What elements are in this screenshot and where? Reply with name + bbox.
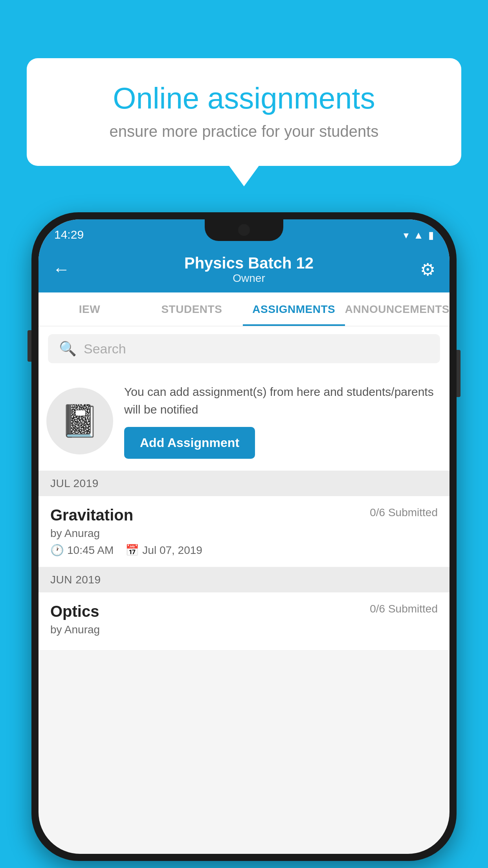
app-bar-title: Physics Batch 12 bbox=[78, 254, 420, 272]
clock-icon: 🕐 bbox=[50, 544, 64, 557]
tab-iew[interactable]: IEW bbox=[39, 292, 141, 326]
app-bar: ← Physics Batch 12 Owner ⚙ bbox=[39, 246, 449, 292]
back-button[interactable]: ← bbox=[53, 259, 70, 279]
assignment-item-top: Gravitation 0/6 Submitted bbox=[50, 506, 438, 524]
power-button bbox=[457, 350, 460, 397]
tabs-bar: IEW STUDENTS ASSIGNMENTS ANNOUNCEMENTS bbox=[39, 292, 449, 326]
phone-notch bbox=[205, 219, 283, 241]
assignment-date: Jul 07, 2019 bbox=[142, 544, 202, 557]
calendar-icon: 📅 bbox=[125, 544, 139, 557]
assignment-icon-circle: 📓 bbox=[46, 388, 113, 454]
meta-time: 🕐 10:45 AM bbox=[50, 544, 114, 557]
assignment-name: Gravitation bbox=[50, 506, 133, 524]
wifi-icon: ▾ bbox=[404, 229, 409, 241]
add-assignment-card: 📓 You can add assignment(s) from here an… bbox=[39, 371, 449, 471]
app-bar-subtitle: Owner bbox=[78, 272, 420, 285]
add-assignment-button[interactable]: Add Assignment bbox=[124, 427, 255, 459]
battery-icon: ▮ bbox=[428, 229, 434, 241]
promo-title: Online assignments bbox=[58, 82, 430, 115]
meta-date: 📅 Jul 07, 2019 bbox=[125, 544, 202, 557]
signal-icon: ▲ bbox=[413, 229, 424, 241]
notebook-icon: 📓 bbox=[60, 403, 99, 440]
camera bbox=[238, 224, 250, 236]
volume-button bbox=[28, 330, 31, 362]
tab-announcements[interactable]: ANNOUNCEMENTS bbox=[345, 292, 449, 326]
phone-frame: 14:29 ▾ ▲ ▮ ← Physics Batch 12 Owner ⚙ I… bbox=[31, 212, 457, 861]
assignment-author-optics: by Anurag bbox=[50, 623, 438, 636]
assignment-author: by Anurag bbox=[50, 527, 438, 540]
tab-students[interactable]: STUDENTS bbox=[141, 292, 243, 326]
assignment-item-optics[interactable]: Optics 0/6 Submitted by Anurag bbox=[39, 592, 449, 651]
promo-card: Online assignments ensure more practice … bbox=[27, 58, 461, 166]
assignment-submitted: 0/6 Submitted bbox=[370, 506, 438, 519]
assignment-time: 10:45 AM bbox=[67, 544, 114, 557]
assignment-submitted-optics: 0/6 Submitted bbox=[370, 603, 438, 615]
add-assignment-info: You can add assignment(s) from here and … bbox=[124, 383, 438, 459]
status-icons: ▾ ▲ ▮ bbox=[404, 229, 434, 241]
search-icon: 🔍 bbox=[59, 340, 77, 357]
status-time: 14:29 bbox=[54, 228, 84, 241]
add-assignment-description: You can add assignment(s) from here and … bbox=[124, 383, 438, 418]
assignment-name-optics: Optics bbox=[50, 603, 99, 620]
phone-screen: 14:29 ▾ ▲ ▮ ← Physics Batch 12 Owner ⚙ I… bbox=[39, 219, 449, 854]
settings-icon[interactable]: ⚙ bbox=[420, 259, 435, 280]
search-placeholder: Search bbox=[84, 341, 126, 357]
promo-subtitle: ensure more practice for your students bbox=[58, 123, 430, 140]
search-bar[interactable]: 🔍 Search bbox=[48, 334, 440, 363]
assignment-item-gravitation[interactable]: Gravitation 0/6 Submitted by Anurag 🕐 10… bbox=[39, 496, 449, 567]
section-header-jun: JUN 2019 bbox=[39, 567, 449, 592]
assignment-meta: 🕐 10:45 AM 📅 Jul 07, 2019 bbox=[50, 544, 438, 557]
tab-assignments[interactable]: ASSIGNMENTS bbox=[243, 292, 345, 326]
section-header-jul: JUL 2019 bbox=[39, 471, 449, 496]
search-wrapper: 🔍 Search bbox=[39, 326, 449, 371]
speech-bubble: Online assignments ensure more practice … bbox=[27, 58, 461, 166]
app-bar-title-group: Physics Batch 12 Owner bbox=[78, 254, 420, 285]
assignment-item-top-optics: Optics 0/6 Submitted bbox=[50, 603, 438, 620]
